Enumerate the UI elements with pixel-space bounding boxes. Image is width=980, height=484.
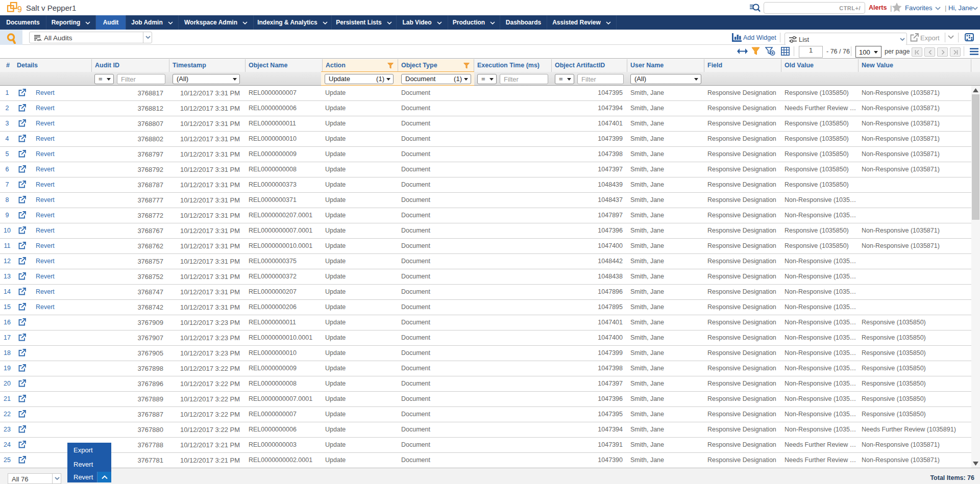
svg-text:9: 9	[17, 5, 22, 14]
